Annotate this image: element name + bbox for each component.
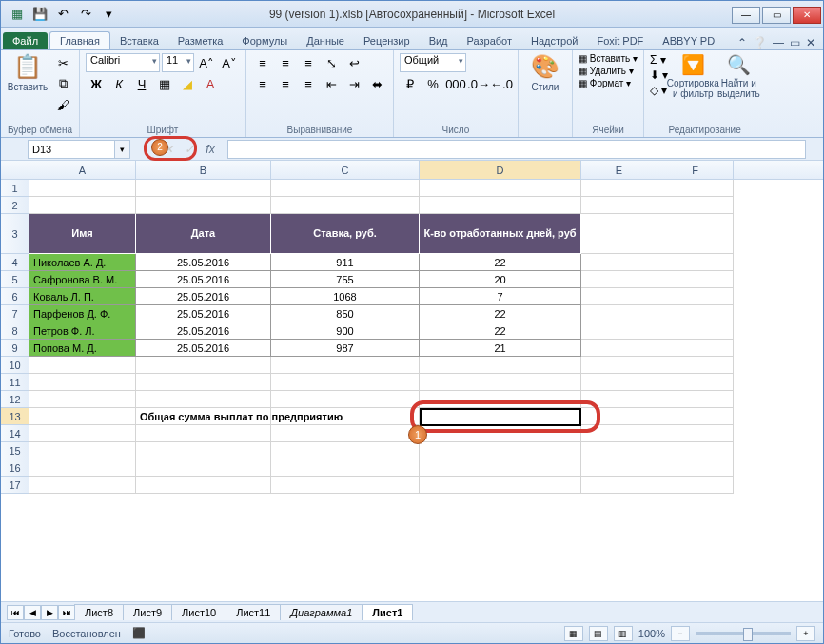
tab-insert[interactable]: Вставка bbox=[110, 32, 168, 49]
selected-cell-d13[interactable] bbox=[420, 408, 581, 425]
italic-button[interactable]: К bbox=[108, 74, 129, 93]
cell[interactable]: 25.05.2016 bbox=[136, 271, 271, 288]
autosum-button[interactable]: Σ ▾ bbox=[650, 53, 668, 67]
cell[interactable]: 911 bbox=[271, 254, 420, 271]
doc-min-icon[interactable]: — bbox=[773, 36, 784, 49]
col-header-a[interactable]: A bbox=[29, 161, 136, 179]
col-header-d[interactable]: D bbox=[420, 161, 581, 179]
sheet-nav-last[interactable]: ⏭ bbox=[58, 605, 75, 620]
cell[interactable]: 21 bbox=[420, 340, 581, 357]
sheet-tab[interactable]: Лист8 bbox=[74, 604, 124, 620]
zoom-out-button[interactable]: − bbox=[671, 626, 690, 641]
cell[interactable]: 20 bbox=[420, 271, 581, 288]
find-select-button[interactable]: 🔍 Найти и выделить bbox=[717, 53, 759, 99]
tab-data[interactable]: Данные bbox=[297, 32, 354, 49]
percent-button[interactable]: % bbox=[422, 74, 443, 93]
cell[interactable]: Коваль Л. П. bbox=[29, 288, 136, 305]
col-header-b[interactable]: B bbox=[136, 161, 271, 179]
macro-record-icon[interactable]: ⬛ bbox=[132, 627, 146, 639]
styles-button[interactable]: 🎨 Стили bbox=[524, 53, 566, 92]
total-label-cell[interactable]: Общая сумма выплат по предприятию bbox=[136, 408, 271, 425]
merge-button[interactable]: ⬌ bbox=[366, 74, 387, 93]
copy-button[interactable]: ⧉ bbox=[52, 74, 73, 93]
cut-button[interactable]: ✂ bbox=[52, 53, 73, 72]
number-format-combo[interactable]: Общий bbox=[400, 53, 466, 72]
doc-max-icon[interactable]: ▭ bbox=[790, 36, 800, 49]
cell[interactable]: 1068 bbox=[271, 288, 420, 305]
dec-decimal-button[interactable]: ←.0 bbox=[491, 74, 512, 93]
view-normal-button[interactable]: ▦ bbox=[564, 626, 583, 641]
name-box-dropdown[interactable]: ▾ bbox=[115, 140, 130, 159]
sheet-tab[interactable]: Диаграмма1 bbox=[280, 604, 363, 620]
indent-inc-button[interactable]: ⇥ bbox=[343, 74, 364, 93]
row-header[interactable]: 11 bbox=[1, 374, 29, 391]
sheet-tab[interactable]: Лист9 bbox=[123, 604, 172, 620]
comma-button[interactable]: 000 bbox=[445, 74, 466, 93]
zoom-in-button[interactable]: + bbox=[796, 626, 815, 641]
table-header[interactable]: К-во отработанных дней, руб bbox=[420, 214, 581, 254]
cell[interactable]: Петров Ф. Л. bbox=[29, 322, 136, 340]
wrap-button[interactable]: ↩ bbox=[343, 53, 364, 72]
row-header[interactable]: 13 bbox=[1, 408, 29, 425]
help-icon[interactable]: ❔ bbox=[753, 36, 767, 49]
align-left-button[interactable]: ≡ bbox=[252, 74, 273, 93]
cell[interactable]: 25.05.2016 bbox=[136, 322, 271, 340]
cell[interactable]: Сафронова В. М. bbox=[29, 271, 136, 288]
sheet-tab-active[interactable]: Лист1 bbox=[362, 604, 413, 620]
row-header[interactable]: 17 bbox=[1, 477, 29, 494]
minimize-button[interactable]: — bbox=[732, 7, 760, 24]
row-header[interactable]: 3 bbox=[1, 214, 29, 254]
cell[interactable]: 22 bbox=[420, 322, 581, 340]
table-header[interactable]: Дата bbox=[136, 214, 271, 254]
formula-input[interactable] bbox=[227, 140, 806, 159]
name-box[interactable]: D13 bbox=[28, 140, 115, 159]
sheet-nav-first[interactable]: ⏮ bbox=[7, 605, 24, 620]
zoom-slider[interactable] bbox=[696, 632, 791, 635]
excel-icon[interactable]: ▦ bbox=[7, 4, 28, 25]
cell[interactable]: 900 bbox=[271, 322, 420, 340]
tab-foxit[interactable]: Foxit PDF bbox=[587, 32, 653, 49]
fill-color-button[interactable]: ◢ bbox=[177, 74, 198, 93]
tab-abbyy[interactable]: ABBYY PD bbox=[653, 32, 724, 49]
col-header-c[interactable]: C bbox=[271, 161, 420, 179]
cell[interactable]: 25.05.2016 bbox=[136, 305, 271, 322]
shrink-font-button[interactable]: A˅ bbox=[219, 53, 240, 72]
cell[interactable]: 987 bbox=[271, 340, 420, 357]
row-header[interactable]: 5 bbox=[1, 271, 29, 288]
indent-dec-button[interactable]: ⇤ bbox=[321, 74, 342, 93]
font-color-button[interactable]: A bbox=[200, 74, 221, 93]
font-size-combo[interactable]: 11 bbox=[162, 53, 194, 72]
cell[interactable]: 7 bbox=[420, 288, 581, 305]
col-header-e[interactable]: E bbox=[581, 161, 657, 179]
underline-button[interactable]: Ч bbox=[131, 74, 152, 93]
border-button[interactable]: ▦ bbox=[154, 74, 175, 93]
tab-formulas[interactable]: Формулы bbox=[232, 32, 297, 49]
bold-button[interactable]: Ж bbox=[86, 74, 107, 93]
align-top-button[interactable]: ≡ bbox=[252, 53, 273, 72]
sort-filter-button[interactable]: 🔽 Сортировка и фильтр bbox=[672, 53, 714, 99]
delete-cells-button[interactable]: ▦ Удалить ▾ bbox=[579, 66, 634, 76]
row-header[interactable]: 15 bbox=[1, 442, 29, 459]
align-center-button[interactable]: ≡ bbox=[275, 74, 296, 93]
grow-font-button[interactable]: A˄ bbox=[196, 53, 217, 72]
tab-developer[interactable]: Разработ bbox=[458, 32, 521, 49]
qat-undo[interactable]: ↶ bbox=[52, 4, 73, 25]
row-header[interactable]: 4 bbox=[1, 254, 29, 271]
format-painter-button[interactable]: 🖌 bbox=[52, 95, 73, 114]
tab-addins[interactable]: Надстрой bbox=[521, 32, 587, 49]
tab-view[interactable]: Вид bbox=[420, 32, 458, 49]
ribbon-minimize-icon[interactable]: ⌃ bbox=[737, 36, 747, 49]
font-name-combo[interactable]: Calibri bbox=[86, 53, 160, 72]
cell[interactable]: 22 bbox=[420, 305, 581, 322]
row-header[interactable]: 6 bbox=[1, 288, 29, 305]
row-header[interactable]: 7 bbox=[1, 305, 29, 322]
tab-layout[interactable]: Разметка bbox=[168, 32, 233, 49]
row-header[interactable]: 14 bbox=[1, 425, 29, 442]
orientation-button[interactable]: ⤡ bbox=[321, 53, 342, 72]
cell[interactable]: Попова М. Д. bbox=[29, 340, 136, 357]
align-mid-button[interactable]: ≡ bbox=[275, 53, 296, 72]
qat-dropdown[interactable]: ▾ bbox=[98, 4, 119, 25]
doc-close-icon[interactable]: ✕ bbox=[806, 36, 815, 49]
maximize-button[interactable]: ▭ bbox=[762, 7, 791, 24]
row-header[interactable]: 10 bbox=[1, 357, 29, 374]
